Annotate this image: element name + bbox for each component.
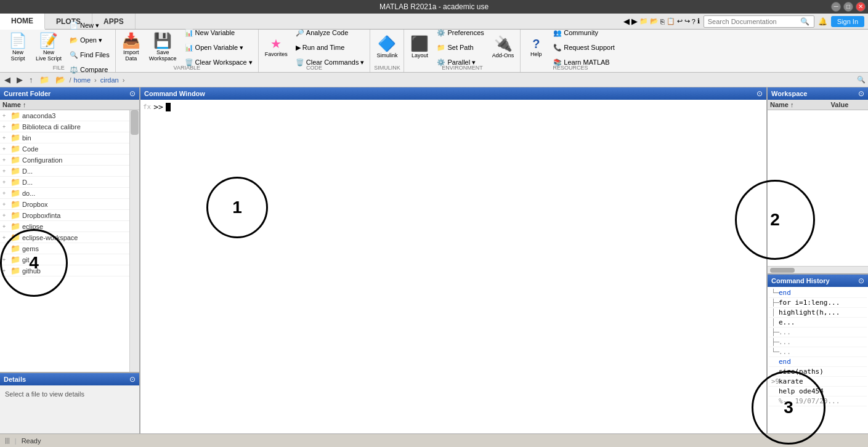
list-item[interactable]: +📁git	[0, 254, 129, 265]
list-item[interactable]: +📁eclipse	[0, 221, 129, 232]
toolbar-file-section: 📄 New Script 📝 NewLive Script 📄 New ▾ 📂 …	[2, 30, 116, 72]
list-item[interactable]: ├─...	[769, 328, 867, 337]
folder2-icon[interactable]: 📂	[650, 17, 659, 25]
analyze-code-button[interactable]: 🔎 Analyze Code	[293, 26, 368, 39]
addr-search-icon[interactable]: 🔍	[857, 76, 866, 84]
new-variable-button[interactable]: 📊 New Variable	[182, 26, 256, 39]
help-icon[interactable]: ?	[692, 18, 696, 25]
list-item[interactable]: │highlight(h,...	[769, 308, 867, 318]
folder2-browse-button[interactable]: 📂	[54, 75, 67, 84]
list-item[interactable]: +📁eclipse-workspace	[0, 232, 129, 243]
tab-home[interactable]: HOME	[0, 14, 45, 30]
addressbar: ◀ ▶ ↑ 📁 📂 / home › cirdan › 🔍	[0, 73, 868, 87]
open-button[interactable]: 📂 Open ▾	[67, 33, 113, 47]
run-and-time-label: Run and Time	[302, 44, 344, 51]
list-item[interactable]: └─end	[769, 288, 867, 298]
paste-icon[interactable]: 📋	[667, 17, 675, 25]
list-item[interactable]: +📁Dropboxfinta	[0, 210, 129, 221]
ch-menu-button[interactable]: ⊙	[858, 276, 864, 285]
list-item[interactable]: +📁Configuration	[0, 155, 129, 166]
list-item[interactable]: ├─for i=1:leng...	[769, 298, 867, 308]
import-data-label: ImportData	[123, 49, 139, 62]
list-item[interactable]: end	[769, 357, 867, 367]
list-item[interactable]: +📁Code	[0, 143, 129, 155]
redo-icon[interactable]: ↪	[684, 17, 690, 25]
add-ons-button[interactable]: 🔌 Add-Ons	[489, 31, 518, 63]
current-folder-menu-button[interactable]: ⊙	[129, 89, 136, 98]
details-menu-button[interactable]: ⊙	[129, 375, 136, 384]
new-chevron: ▾	[95, 22, 99, 30]
request-support-button[interactable]: 📞 Request Support	[550, 41, 618, 54]
new-script-button[interactable]: 📄 New Script	[5, 31, 31, 63]
open-icon: 📂	[70, 36, 78, 44]
list-item[interactable]: +📁D...	[0, 177, 129, 188]
forward-button[interactable]: ▶	[15, 75, 25, 84]
list-item[interactable]: +📁D...	[0, 166, 129, 177]
minimize-button[interactable]: ─	[831, 2, 841, 12]
workspace-menu-button[interactable]: ⊙	[858, 89, 864, 98]
open-variable-button[interactable]: 📊 Open Variable ▾	[182, 41, 256, 54]
list-item[interactable]: │e...	[769, 318, 867, 328]
search-box[interactable]: 🔍	[704, 15, 814, 28]
help-button[interactable]: ? Help	[523, 31, 549, 63]
back-button[interactable]: ◀	[2, 75, 12, 84]
ws-body[interactable]	[768, 110, 868, 266]
simulink-button[interactable]: 🔷 Simulink	[373, 31, 401, 63]
list-item[interactable]: help ode454	[769, 387, 867, 397]
folder-browse-button[interactable]: 📁	[38, 75, 51, 84]
workspace-panel: Workspace ⊙ Name ↑ Value	[768, 87, 868, 273]
list-item[interactable]: +📁gems	[0, 243, 129, 254]
list-item[interactable]: %-- 19/07/20...	[769, 397, 867, 406]
breadcrumb-cirdan[interactable]: cirdan	[100, 76, 119, 84]
ch-title: Command History	[771, 277, 830, 284]
save-workspace-button[interactable]: 💾 SaveWorkspace	[145, 31, 180, 63]
ch-header: Command History ⊙	[768, 275, 868, 287]
list-item[interactable]: +📁Biblioteca di calibre	[0, 121, 129, 132]
cf-list[interactable]: +📁anaconda3+📁Biblioteca di calibre+📁bin+…	[0, 110, 129, 372]
new-live-script-label: NewLive Script	[36, 49, 62, 62]
layout-button[interactable]: ⬛ Layout	[407, 31, 432, 63]
ws-col-header: Name ↑ Value	[768, 100, 868, 110]
list-item[interactable]: ├─...	[769, 337, 867, 347]
list-item[interactable]: +📁github	[0, 265, 129, 276]
list-item[interactable]: +📁do...	[0, 188, 129, 199]
community-label: Community	[564, 29, 598, 36]
list-item[interactable]: >9karate	[769, 377, 867, 387]
cmd-body[interactable]: fx >>	[140, 100, 766, 433]
cmd-menu-button[interactable]: ⊙	[756, 89, 763, 98]
info-icon[interactable]: ℹ	[697, 17, 700, 25]
list-item[interactable]: size(paths)	[769, 367, 867, 377]
favorites-button[interactable]: ★ Favorites	[261, 31, 291, 63]
list-item[interactable]: +📁anaconda3	[0, 110, 129, 121]
import-data-button[interactable]: 📥 ImportData	[118, 31, 144, 63]
undo-icon[interactable]: ↩	[677, 17, 683, 25]
find-files-button[interactable]: 🔍 Find Files	[67, 48, 113, 62]
community-button[interactable]: 👥 Community	[550, 26, 618, 39]
search-input[interactable]	[708, 18, 800, 25]
code-section-label: CODE	[259, 65, 370, 71]
list-item[interactable]: +📁Dropbox	[0, 199, 129, 210]
list-item[interactable]: └─...	[769, 347, 867, 357]
list-item[interactable]: +📁bin	[0, 132, 129, 143]
copy-icon[interactable]: ⎘	[660, 18, 665, 25]
nav-fwd-icon[interactable]: ▶	[631, 17, 638, 26]
new-live-script-button[interactable]: 📝 NewLive Script	[32, 31, 65, 63]
close-button[interactable]: ✕	[856, 2, 866, 12]
ws-hscroll[interactable]	[768, 266, 868, 273]
new-button[interactable]: 📄 New ▾	[67, 18, 113, 32]
maximize-button[interactable]: □	[843, 2, 853, 12]
preferences-button[interactable]: ⚙️ Preferences	[434, 26, 487, 39]
up-button[interactable]: ↑	[27, 75, 35, 84]
breadcrumb-home[interactable]: home	[74, 76, 91, 84]
cf-scrollbar[interactable]	[129, 110, 139, 372]
command-history-panel: Command History ⊙ └─end ├─for i=1:leng..…	[768, 273, 868, 433]
ch-body[interactable]: └─end ├─for i=1:leng... │highlight(h,...…	[768, 287, 868, 433]
run-and-time-button[interactable]: ▶ Run and Time	[293, 41, 368, 54]
set-path-button[interactable]: 📁 Set Path	[434, 41, 487, 54]
new-label: New	[80, 22, 94, 29]
folder-icon[interactable]: 📁	[639, 17, 648, 25]
sign-in-button[interactable]: Sign In	[831, 16, 864, 27]
nav-icon[interactable]: ◀	[623, 17, 630, 26]
run-icon: ▶	[296, 44, 301, 52]
notification-icon[interactable]: 🔔	[818, 17, 827, 26]
